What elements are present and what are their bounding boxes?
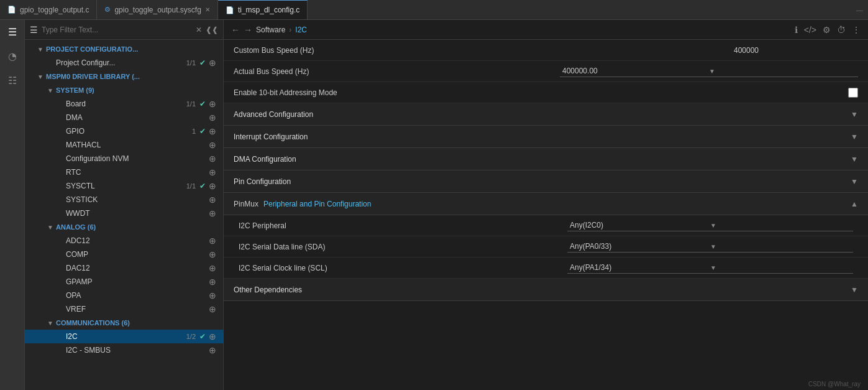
pinmux-peripheral-dropdown[interactable]: Any(I2C0) ▼ [567,220,853,231]
tree-adc12[interactable]: ADC12 ⊕ [25,234,223,248]
dac12-add[interactable]: ⊕ [207,262,218,274]
section-other-deps[interactable]: Other Dependencies ▼ [224,279,868,301]
sysctl-add[interactable]: ⊕ [207,180,218,192]
section-dma[interactable]: DMA Configuration ▼ [224,148,868,170]
adc12-add[interactable]: ⊕ [207,235,218,246]
tab-config-c[interactable]: 📄 ti_msp_dl_config.c [218,0,308,19]
hamburger-icon[interactable]: ☰ [30,25,38,35]
icon-explorer[interactable]: ☰ [6,24,19,40]
tree-wwdt[interactable]: WWDT ⊕ [25,207,223,220]
custom-bus-speed-label: Custom Bus Speed (Hz) [234,46,734,55]
opa-add[interactable]: ⊕ [207,290,218,301]
wwdt-add[interactable]: ⊕ [207,208,218,219]
board-count: 1/1 [186,100,196,108]
watermark: CSDN @What_ray [808,381,861,388]
collapse-icon[interactable]: ❰❰ [206,26,218,34]
tree-i2c[interactable]: I2C 1/2 ✔ ⊕ [25,330,223,343]
tree-communications-group[interactable]: ▼ COMMUNICATIONS (6) [25,316,223,330]
section-pin-arrow: ▼ [851,177,858,186]
board-badge: ✔ [199,100,206,108]
other-deps-arrow: ▼ [851,286,858,294]
tab-syscfg[interactable]: ⚙ gpio_toggle_output.syscfg ✕ [97,0,217,19]
sidebar-toolbar: ☰ ✕ ❰❰ [25,20,223,40]
mathacl-add[interactable]: ⊕ [207,139,218,151]
icon-table[interactable]: ☷ [6,72,19,89]
section-interrupt[interactable]: Interrupt Configuration ▼ [224,126,868,148]
breadcrumb-software[interactable]: Software [256,26,285,34]
tree-mathacl[interactable]: MATHACL ⊕ [25,138,223,152]
gpio-add[interactable]: ⊕ [207,126,218,137]
tree-gpamp[interactable]: GPAMP ⊕ [25,275,223,289]
section-advanced[interactable]: Advanced Configuration ▼ [224,103,868,126]
tree-dma[interactable]: DMA ⊕ [25,111,223,124]
vref-add[interactable]: ⊕ [207,304,218,315]
breadcrumb-i2c[interactable]: I2C [295,26,307,34]
config-nvm-add[interactable]: ⊕ [207,153,218,164]
tree-sysctl[interactable]: SYSCTL 1/1 ✔ ⊕ [25,179,223,193]
pinmux-scl-dropdown[interactable]: Any(PA1/34) ▼ [567,262,853,274]
dma-label: DMA [66,113,207,122]
tree-opa[interactable]: OPA ⊕ [25,289,223,302]
info-icon[interactable]: ℹ [795,25,798,35]
analog-label: ANALOG (6) [56,223,218,231]
actual-bus-speed-dropdown[interactable]: 400000.00 ▼ [560,65,858,77]
custom-bus-speed-value: 400000 [734,46,858,55]
tab-close-syscfg[interactable]: ✕ [205,6,210,13]
back-button[interactable]: ← [231,25,240,35]
rtc-label: RTC [66,168,207,177]
tab-bar: 📄 gpio_toggle_output.c ⚙ gpio_toggle_out… [0,0,868,20]
gpamp-add[interactable]: ⊕ [207,276,218,287]
section-advanced-label: Advanced Configuration [234,110,851,119]
pinmux-subtitle: Peripheral and Pin Configuration [263,200,371,208]
project-config-add[interactable]: ⊕ [207,57,218,68]
tree-dac12[interactable]: DAC12 ⊕ [25,261,223,275]
systick-add[interactable]: ⊕ [207,194,218,205]
clear-filter-icon[interactable]: ✕ [196,26,202,34]
i2c-smbus-add[interactable]: ⊕ [207,345,218,356]
tree-project-config-group[interactable]: ▼ PROJECT CONFIGURATIO... [25,42,223,56]
settings-icon[interactable]: ⚙ [823,25,831,35]
tree-vref[interactable]: VREF ⊕ [25,302,223,316]
tree-gpio[interactable]: GPIO 1 ✔ ⊕ [25,124,223,138]
tab-gpio-c[interactable]: 📄 gpio_toggle_output.c [0,0,97,19]
board-label: Board [66,100,186,108]
tree-analog-group[interactable]: ▼ ANALOG (6) [25,220,223,234]
project-config-label: PROJECT CONFIGURATIO... [46,45,218,53]
tree-mspm0-group[interactable]: ▼ MSPM0 DRIVER LIBRARY (... [25,70,223,83]
i2c-smbus-label: I2C - SMBUS [66,346,207,355]
history-icon[interactable]: ⏱ [837,25,846,35]
code-icon[interactable]: </> [804,25,816,35]
pinmux-peripheral-label: I2C Peripheral [239,221,567,230]
tree-systick[interactable]: SYSTICK ⊕ [25,193,223,207]
main-layout: ☰ ◔ ☷ ☰ ✕ ❰❰ ▼ PROJECT CONFIGURATIO... P… [0,20,868,390]
tree-project-config-item[interactable]: Project Configur... 1/1 ✔ ⊕ [25,56,223,70]
tree-i2c-smbus[interactable]: I2C - SMBUS ⊕ [25,343,223,357]
tree-board[interactable]: Board 1/1 ✔ ⊕ [25,97,223,111]
sysctl-badge: ✔ [199,182,206,190]
pinmux-title: PinMux [234,200,258,208]
project-config-sub-label: Project Configur... [56,58,186,67]
project-config-count: 1/1 [186,59,196,67]
icon-graph[interactable]: ◔ [6,48,19,65]
pinmux-peripheral-row: I2C Peripheral Any(I2C0) ▼ [224,215,868,236]
rtc-add[interactable]: ⊕ [207,167,218,178]
i2c-add[interactable]: ⊕ [207,331,218,342]
pinmux-sda-dropdown[interactable]: Any(PA0/33) ▼ [567,241,853,253]
section-pin[interactable]: Pin Configuration ▼ [224,170,868,193]
config-nvm-label: Configuration NVM [66,154,207,163]
tree-comp[interactable]: COMP ⊕ [25,248,223,261]
comp-label: COMP [66,250,207,259]
comp-add[interactable]: ⊕ [207,249,218,260]
pinmux-header[interactable]: PinMux Peripheral and Pin Configuration … [224,193,868,215]
forward-button[interactable]: → [244,25,252,35]
filter-input[interactable] [42,26,192,34]
enable-10bit-checkbox[interactable] [848,88,858,98]
dma-add[interactable]: ⊕ [207,112,218,123]
board-add[interactable]: ⊕ [207,98,218,109]
section-interrupt-arrow: ▼ [851,132,858,141]
tree-rtc[interactable]: RTC ⊕ [25,165,223,179]
more-icon[interactable]: ⋮ [852,25,861,35]
i2c-badge: ✔ [199,332,206,341]
tree-config-nvm[interactable]: Configuration NVM ⊕ [25,152,223,165]
tree-system-group[interactable]: ▼ SYSTEM (9) [25,83,223,97]
